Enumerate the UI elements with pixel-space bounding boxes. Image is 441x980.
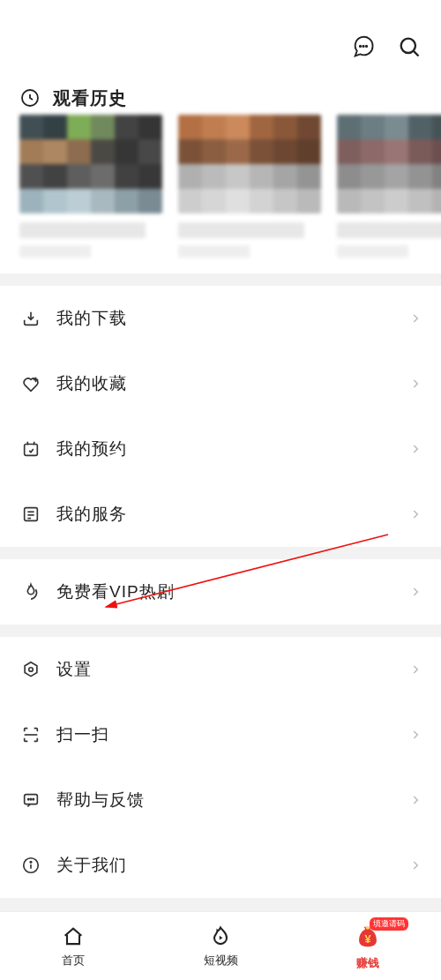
- svg-point-1: [363, 46, 363, 47]
- svg-point-18: [33, 798, 34, 799]
- history-card[interactable]: [178, 115, 321, 258]
- svg-point-2: [366, 46, 367, 47]
- chevron-right-icon: [409, 729, 422, 741]
- nav-short-video[interactable]: 短视频: [147, 912, 295, 980]
- history-thumbnails[interactable]: [19, 115, 441, 258]
- info-icon: [19, 854, 42, 877]
- svg-text:¥: ¥: [364, 932, 371, 946]
- nav-home[interactable]: 首页: [0, 912, 147, 980]
- menu-item-favorites[interactable]: 我的收藏: [0, 351, 441, 416]
- history-section-title: 观看历史: [53, 86, 127, 109]
- scan-icon: [19, 723, 42, 746]
- menu-item-scan[interactable]: 扫一扫: [0, 702, 441, 767]
- list-box-icon: [19, 503, 42, 526]
- svg-point-16: [28, 798, 29, 799]
- chevron-right-icon: [409, 859, 422, 872]
- chevron-right-icon: [409, 378, 422, 390]
- home-icon: [60, 924, 86, 950]
- history-card[interactable]: [19, 115, 162, 258]
- nav-earn-money[interactable]: 填邀请码 ¥ 赚钱: [294, 912, 441, 980]
- flame-play-icon: [207, 924, 234, 950]
- heart-plus-icon: [19, 372, 42, 395]
- chevron-right-icon: [409, 663, 422, 676]
- menu-item-label: 免费看VIP热剧: [56, 580, 409, 603]
- menu-item-label: 我的预约: [56, 438, 409, 460]
- hex-gear-icon: [19, 658, 42, 681]
- menu-item-downloads[interactable]: 我的下载: [0, 286, 441, 351]
- flame-icon: [19, 580, 42, 603]
- menu-item-label: 设置: [56, 658, 409, 681]
- chevron-right-icon: [409, 312, 422, 325]
- svg-point-21: [30, 862, 32, 864]
- menu-item-label: 我的服务: [56, 503, 409, 526]
- menu-item-help[interactable]: 帮助与反馈: [0, 767, 441, 833]
- menu-item-about[interactable]: 关于我们: [0, 833, 441, 898]
- search-icon[interactable]: [397, 34, 422, 59]
- menu-item-label: 我的下载: [56, 307, 409, 330]
- chevron-right-icon: [409, 586, 422, 598]
- svg-line-4: [414, 51, 419, 56]
- clock-icon: [19, 87, 41, 108]
- nav-badge: 填邀请码: [370, 917, 408, 931]
- chevron-right-icon: [409, 443, 422, 455]
- menu-item-appointment[interactable]: 我的预约: [0, 416, 441, 482]
- chevron-right-icon: [409, 794, 422, 806]
- svg-point-3: [401, 39, 415, 53]
- menu-item-label: 扫一扫: [56, 723, 409, 746]
- svg-point-17: [30, 798, 31, 799]
- feedback-icon: [19, 789, 42, 812]
- download-icon: [19, 307, 42, 330]
- menu-item-services[interactable]: 我的服务: [0, 482, 441, 547]
- menu-item-label: 我的收藏: [56, 372, 409, 395]
- history-card[interactable]: [337, 115, 441, 258]
- menu-item-label: 帮助与反馈: [56, 789, 409, 812]
- nav-label: 短视频: [204, 953, 238, 969]
- chevron-right-icon: [409, 508, 422, 520]
- menu-item-free-vip[interactable]: 免费看VIP热剧: [0, 559, 441, 625]
- nav-label: 赚钱: [356, 955, 379, 971]
- calendar-icon: [19, 438, 42, 460]
- svg-point-13: [29, 668, 34, 672]
- menu-item-settings[interactable]: 设置: [0, 637, 441, 702]
- svg-rect-8: [25, 445, 38, 456]
- chat-bubble-icon[interactable]: [351, 34, 376, 59]
- menu-item-label: 关于我们: [56, 854, 409, 877]
- nav-label: 首页: [62, 953, 85, 969]
- svg-point-0: [360, 46, 361, 47]
